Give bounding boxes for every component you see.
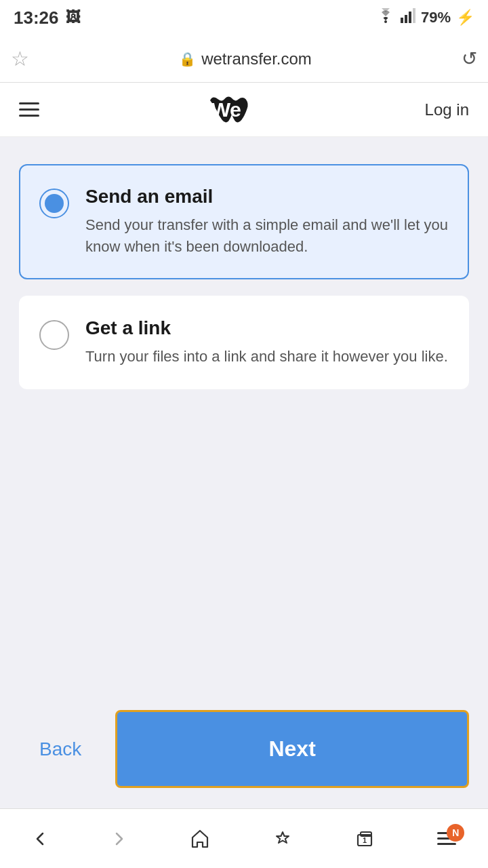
next-button[interactable]: Next bbox=[115, 710, 469, 788]
nav-bookmarks[interactable] bbox=[272, 828, 293, 850]
login-button[interactable]: Log in bbox=[425, 100, 469, 119]
svg-rect-3 bbox=[409, 12, 411, 23]
svg-rect-4 bbox=[413, 8, 415, 23]
send-email-option[interactable]: Send an email Send your transfer with a … bbox=[19, 164, 469, 279]
svg-rect-11 bbox=[437, 843, 456, 845]
status-right: 79% ⚡ bbox=[376, 8, 474, 27]
svg-rect-1 bbox=[401, 18, 403, 23]
svg-point-0 bbox=[384, 20, 387, 23]
get-link-title: Get a link bbox=[85, 317, 448, 339]
battery-icon: ⚡ bbox=[456, 9, 474, 26]
nav-tabs[interactable]: 1 bbox=[354, 828, 375, 850]
get-link-radio[interactable] bbox=[39, 320, 69, 350]
get-link-text: Get a link Turn your files into a link a… bbox=[85, 317, 448, 368]
app-header: We Log in bbox=[0, 83, 488, 137]
menu-button[interactable] bbox=[19, 102, 39, 117]
wifi-icon bbox=[376, 8, 395, 27]
get-link-desc: Turn your files into a link and share it… bbox=[85, 346, 448, 368]
bottom-nav: 1 N bbox=[0, 808, 488, 868]
svg-text:1: 1 bbox=[363, 836, 367, 844]
send-email-desc: Send your transfer with a simple email a… bbox=[85, 214, 449, 258]
status-bar: 13:26 🖼 79% ⚡ bbox=[0, 0, 488, 35]
url-bar[interactable]: 🔒 wetransfer.com bbox=[37, 50, 453, 68]
send-email-radio-fill bbox=[45, 194, 64, 213]
bottom-actions: Back Next bbox=[0, 696, 488, 808]
svg-text:We: We bbox=[211, 98, 241, 121]
back-button[interactable]: Back bbox=[19, 725, 102, 774]
browser-bar: ☆ 🔒 wetransfer.com ↺ bbox=[0, 35, 488, 83]
signal-icon bbox=[401, 8, 415, 27]
nav-menu[interactable]: N bbox=[436, 829, 458, 848]
nav-badge: N bbox=[447, 824, 464, 842]
nav-home[interactable] bbox=[189, 828, 211, 850]
url-text: wetransfer.com bbox=[201, 50, 312, 68]
nav-back[interactable] bbox=[30, 829, 49, 848]
lock-icon: 🔒 bbox=[179, 51, 196, 67]
nav-forward[interactable] bbox=[110, 829, 129, 848]
main-content: Send an email Send your transfer with a … bbox=[0, 137, 488, 696]
logo: We bbox=[205, 95, 259, 125]
send-email-title: Send an email bbox=[85, 186, 449, 208]
get-link-option[interactable]: Get a link Turn your files into a link a… bbox=[19, 296, 469, 389]
reload-icon[interactable]: ↺ bbox=[462, 47, 477, 70]
battery-text: 79% bbox=[421, 9, 451, 26]
status-time: 13:26 bbox=[14, 7, 59, 28]
send-email-radio[interactable] bbox=[39, 189, 69, 218]
favorite-icon[interactable]: ☆ bbox=[11, 47, 29, 71]
gallery-icon: 🖼 bbox=[66, 9, 81, 26]
send-email-text: Send an email Send your transfer with a … bbox=[85, 186, 449, 258]
svg-rect-2 bbox=[405, 15, 407, 23]
status-left: 13:26 🖼 bbox=[14, 7, 81, 28]
